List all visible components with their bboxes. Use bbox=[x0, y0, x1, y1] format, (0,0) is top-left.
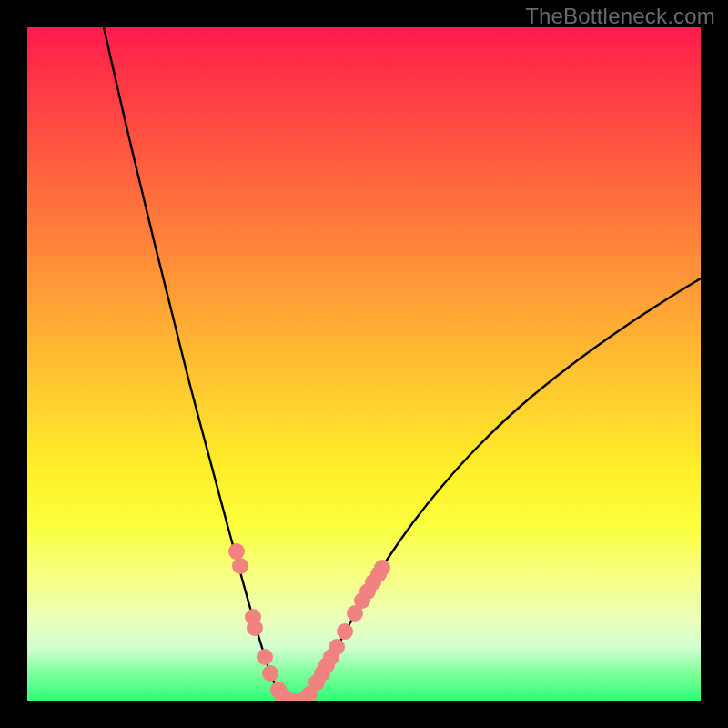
curve-marker bbox=[228, 543, 245, 560]
bottleneck-curve bbox=[104, 27, 701, 701]
chart-container: TheBottleneck.com bbox=[0, 0, 728, 728]
curve-marker bbox=[247, 620, 263, 636]
curve-marker bbox=[337, 623, 353, 640]
curve-marker bbox=[257, 649, 273, 665]
curve-marker bbox=[329, 639, 345, 655]
curve-marker bbox=[374, 560, 390, 576]
curve-markers bbox=[228, 543, 390, 701]
watermark-text: TheBottleneck.com bbox=[525, 4, 715, 29]
plot-area bbox=[27, 27, 701, 701]
curve-marker bbox=[232, 558, 248, 574]
curve-svg bbox=[27, 27, 701, 701]
curve-marker bbox=[262, 665, 278, 682]
